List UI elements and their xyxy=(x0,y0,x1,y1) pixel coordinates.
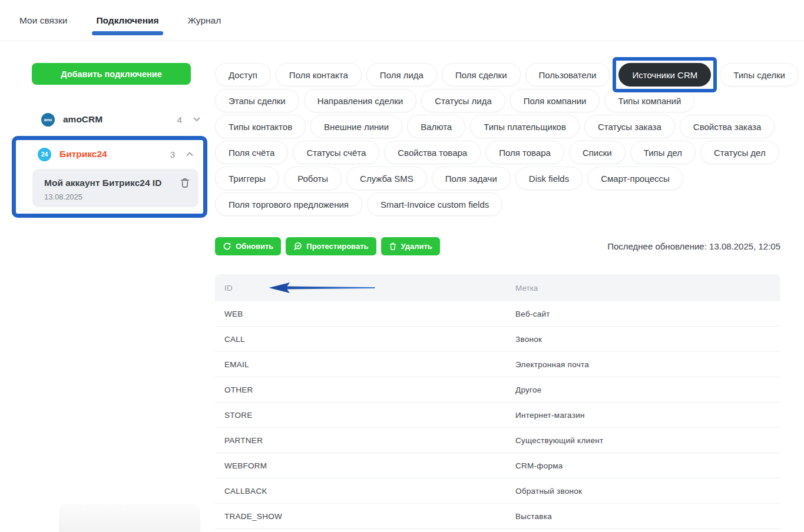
tab-chip[interactable]: Служба SMS xyxy=(346,167,427,190)
tab-chip[interactable]: Поля компании xyxy=(510,89,600,112)
table-row: EMAILЭлектронная почта xyxy=(215,352,780,377)
bitrix24-highlight-box: 24 Битрикс24 3 Мой аккаунт Битрикс24 ID … xyxy=(12,136,207,218)
column-header-label: Метка xyxy=(515,284,771,292)
tab-journal[interactable]: Журнал xyxy=(188,15,221,26)
tab-chip[interactable]: Списки xyxy=(569,141,626,164)
table-row: OTHERДругое xyxy=(215,377,780,403)
tab-chip[interactable]: Роботы xyxy=(284,167,342,190)
tab-my-links[interactable]: Мои связки xyxy=(19,15,67,26)
tab-row: Поля торгового предложенияSmart-Invoice … xyxy=(215,192,780,216)
id-cell: STORE xyxy=(224,411,515,420)
tab-chip[interactable]: Поля товара xyxy=(485,141,564,164)
tab-row: Этапы сделкиНаправления сделкиСтатусы ли… xyxy=(215,89,780,112)
connection-amocrm[interactable]: amo amoCRM 4 xyxy=(12,111,207,128)
tab-chip[interactable]: Доступ xyxy=(215,63,271,87)
id-cell: WEBFORM xyxy=(224,461,515,470)
tab-chip[interactable]: Типы компаний xyxy=(604,89,694,112)
trash-icon xyxy=(389,242,397,251)
label-cell: Интернет-магазин xyxy=(515,411,771,420)
tab-chip[interactable]: Источники CRM xyxy=(618,63,711,87)
tab-chip[interactable]: Поля счёта xyxy=(215,141,288,164)
tab-row: Поля счётаСтатусы счётаСвойства товараПо… xyxy=(215,141,780,164)
tab-chip[interactable]: Статусы заказа xyxy=(584,115,675,138)
table-row: TRADE_SHOWВыставка xyxy=(215,504,780,529)
tab-chip[interactable]: Поля сделки xyxy=(442,63,521,87)
id-cell: CALL xyxy=(224,335,515,344)
tab-chip[interactable]: Поля лида xyxy=(366,63,437,87)
account-title: Мой аккаунт Битрикс24 ID xyxy=(44,177,169,189)
label-cell: Другое xyxy=(515,385,771,394)
tab-chip[interactable]: Поля торгового предложения xyxy=(215,192,362,216)
annotation-arrow-icon xyxy=(264,282,379,294)
tab-chip[interactable]: Статусы счёта xyxy=(293,141,379,164)
label-cell: Звонок xyxy=(515,335,771,344)
tab-row: ТриггерыРоботыСлужба SMSПоля задачиDisk … xyxy=(215,167,780,190)
table-body: WEBВеб-сайтCALLЗвонокEMAILЭлектронная по… xyxy=(215,301,780,529)
table-row: STOREИнтернет-магазин xyxy=(215,403,780,428)
tab-chip[interactable]: Типы сделки xyxy=(720,63,799,87)
test-button[interactable]: Протестировать xyxy=(286,237,376,255)
tab-chip[interactable]: Типы дел xyxy=(630,141,696,164)
delete-account-trash-icon[interactable] xyxy=(180,177,190,188)
check-magnifier-icon xyxy=(293,242,302,251)
connection-count: 3 xyxy=(170,149,175,159)
selected-tab-highlight: Источники CRM xyxy=(613,57,717,92)
tab-chip[interactable]: Свойства заказа xyxy=(680,115,775,138)
delete-button[interactable]: Удалить xyxy=(381,237,440,255)
connection-count: 4 xyxy=(177,115,182,125)
tab-chip[interactable]: Статусы лида xyxy=(421,89,505,112)
label-cell: Обратный звонок xyxy=(515,487,771,496)
label-cell: Электронная почта xyxy=(515,360,771,369)
tab-chip[interactable]: Статусы дел xyxy=(700,141,779,164)
id-cell: EMAIL xyxy=(224,360,515,369)
tab-chip[interactable]: Внешние линии xyxy=(310,115,402,138)
add-connection-button[interactable]: Добавить подключение xyxy=(32,63,191,85)
refresh-icon xyxy=(223,242,231,251)
top-navigation: Мои связки Подключения Журнал xyxy=(0,0,804,41)
account-date: 13.08.2025 xyxy=(44,192,190,201)
refresh-button[interactable]: Обновить xyxy=(215,237,281,255)
chevron-up-icon[interactable] xyxy=(186,152,193,157)
actions-toolbar: Обновить Протестировать Удалить xyxy=(215,237,780,255)
tab-chip[interactable]: Смарт-процессы xyxy=(587,167,683,190)
id-cell: PARTNER xyxy=(224,436,515,445)
tab-chip[interactable]: Пользователи xyxy=(525,63,610,87)
tab-chip[interactable]: Направления сделки xyxy=(304,89,416,112)
id-cell: OTHER xyxy=(224,385,515,394)
bitrix24-account-card[interactable]: Мой аккаунт Битрикс24 ID 13.08.2025 xyxy=(32,169,198,207)
last-update-status: Последнее обновление: 13.08.2025, 12:05 xyxy=(607,241,780,251)
main-panel: ДоступПоля контактаПоля лидаПоля сделкиП… xyxy=(215,53,780,529)
tab-chip[interactable]: Свойства товара xyxy=(384,141,481,164)
table-header: ID Метка xyxy=(215,274,780,301)
crm-sources-table: ID Метка WEBВеб-сайтCALLЗвонокEMAILЭлект… xyxy=(215,274,780,529)
tab-rows: ДоступПоля контактаПоля лидаПоля сделкиП… xyxy=(215,63,780,216)
connection-bitrix24[interactable]: 24 Битрикс24 3 xyxy=(16,145,200,163)
tab-chip[interactable]: Валюта xyxy=(407,115,465,138)
table-row: WEBВеб-сайт xyxy=(215,301,780,327)
table-row: WEBFORMCRM-форма xyxy=(215,453,780,478)
tab-connections[interactable]: Подключения xyxy=(96,15,158,26)
table-row: CALLЗвонок xyxy=(215,327,780,352)
bitrix24-badge-icon: 24 xyxy=(38,148,51,161)
id-cell: CALLBACK xyxy=(224,487,515,496)
tab-chip[interactable]: Триггеры xyxy=(215,167,279,190)
amocrm-badge-icon: amo xyxy=(41,113,55,127)
tab-chip[interactable]: Типы плательщиков xyxy=(470,115,580,138)
tab-chip[interactable]: Типы контактов xyxy=(215,115,306,138)
label-cell: Выставка xyxy=(515,512,771,521)
tab-chip[interactable]: Smart-Invoice custom fields xyxy=(367,192,502,216)
tab-chip[interactable]: Поля контакта xyxy=(276,63,362,87)
label-cell: CRM-форма xyxy=(515,461,771,470)
table-row: PARTNERСуществующий клиент xyxy=(215,428,780,453)
tab-chip[interactable]: Этапы сделки xyxy=(215,89,299,112)
tab-chip[interactable]: Disk fields xyxy=(515,167,583,190)
chevron-down-icon[interactable] xyxy=(193,117,200,122)
connections-sidebar: Добавить подключение amo amoCRM 4 24 Бит… xyxy=(12,53,207,218)
id-cell: TRADE_SHOW xyxy=(224,512,515,521)
connection-name: Битрикс24 xyxy=(59,149,170,159)
connection-name: amoCRM xyxy=(63,114,177,125)
tab-row: Типы контактовВнешние линииВалютаТипы пл… xyxy=(215,115,780,138)
tab-chip[interactable]: Поля задачи xyxy=(432,167,511,190)
scrolled-card-edge xyxy=(59,504,200,532)
id-cell: WEB xyxy=(224,310,515,318)
